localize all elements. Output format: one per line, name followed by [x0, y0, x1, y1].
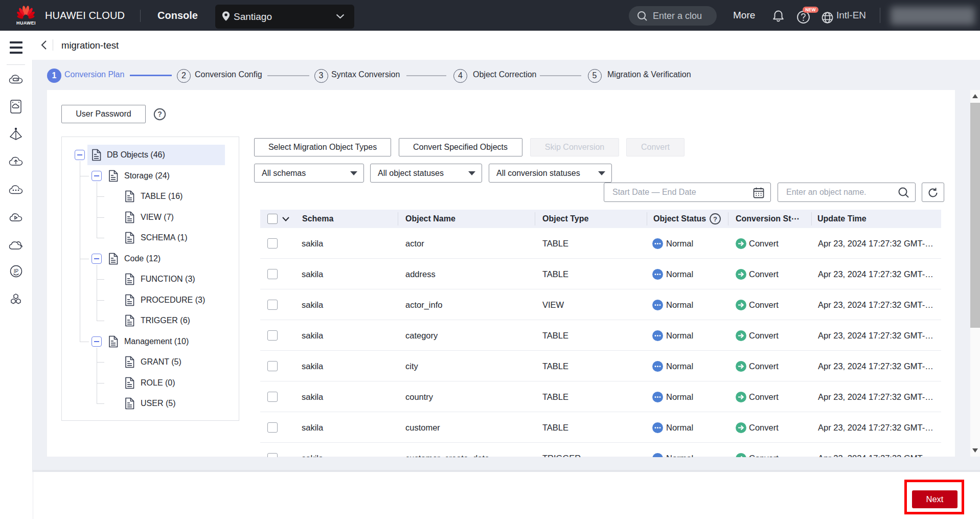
svg-text:?: ? [157, 110, 162, 118]
svg-text:IP: IP [14, 268, 19, 274]
svg-text:?: ? [713, 215, 717, 223]
